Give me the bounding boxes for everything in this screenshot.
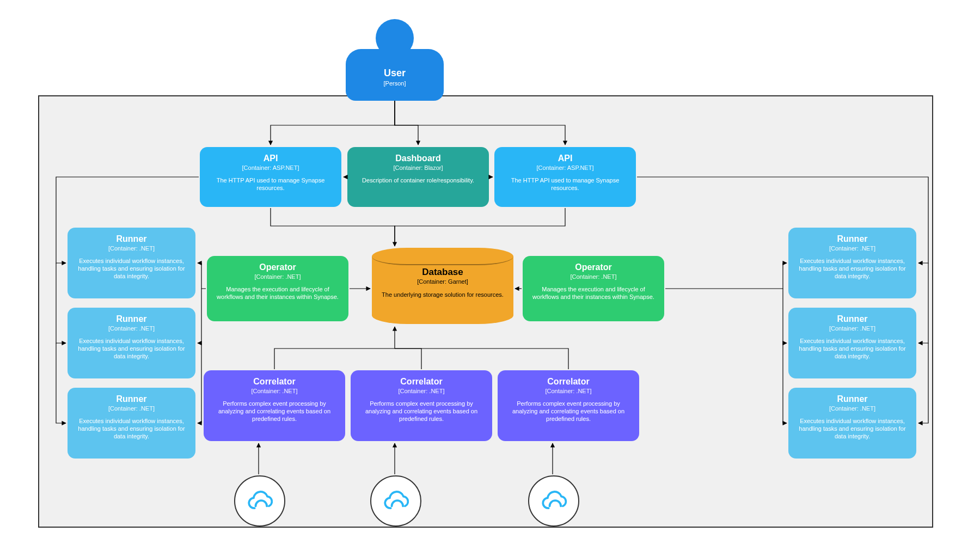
run-title-r3: Runner bbox=[837, 394, 868, 404]
cor-sub-3: [Container: .NET] bbox=[546, 388, 592, 394]
container-api-right: API [Container: ASP.NET] The HTTP API us… bbox=[494, 147, 636, 207]
db-sub: [Container: Garnet] bbox=[417, 278, 468, 285]
container-correlator-2: Correlator [Container: .NET] Performs co… bbox=[351, 370, 492, 441]
api-title-r: API bbox=[558, 154, 573, 163]
cor-desc-2: Performs complex event processing by ana… bbox=[359, 400, 484, 423]
actor-user: User [Person] bbox=[346, 19, 444, 101]
run-sub-r3: [Container: .NET] bbox=[829, 405, 875, 412]
run-sub-r1: [Container: .NET] bbox=[829, 245, 875, 252]
run-desc-r3: Executes individual workflow instances, … bbox=[796, 417, 909, 440]
run-title-l2: Runner bbox=[117, 314, 147, 324]
db-lip bbox=[372, 248, 513, 265]
op-sub-r: [Container: .NET] bbox=[571, 273, 617, 280]
run-title-r2: Runner bbox=[837, 314, 868, 324]
run-title-l3: Runner bbox=[117, 394, 147, 404]
avatar-body: User [Person] bbox=[346, 49, 444, 101]
user-subtitle: [Person] bbox=[384, 80, 406, 87]
run-sub-l2: [Container: .NET] bbox=[108, 325, 155, 332]
dashboard-title: Dashboard bbox=[395, 154, 441, 163]
api-desc-l: The HTTP API used to manage Synapse reso… bbox=[208, 176, 333, 192]
run-title-l1: Runner bbox=[117, 234, 147, 244]
run-sub-l1: [Container: .NET] bbox=[108, 245, 155, 252]
container-operator-left: Operator [Container: .NET] Manages the e… bbox=[207, 256, 348, 321]
container-api-left: API [Container: ASP.NET] The HTTP API us… bbox=[200, 147, 341, 207]
run-desc-l2: Executes individual workflow instances, … bbox=[75, 337, 188, 360]
run-desc-l1: Executes individual workflow instances, … bbox=[75, 257, 188, 280]
op-title-l: Operator bbox=[259, 262, 296, 272]
container-correlator-3: Correlator [Container: .NET] Performs co… bbox=[498, 370, 639, 441]
db-title: Database bbox=[422, 267, 463, 278]
container-runner-l1: Runner [Container: .NET] Executes indivi… bbox=[68, 228, 195, 298]
run-sub-l3: [Container: .NET] bbox=[108, 405, 155, 412]
container-operator-right: Operator [Container: .NET] Manages the e… bbox=[523, 256, 664, 321]
container-runner-r1: Runner [Container: .NET] Executes indivi… bbox=[788, 228, 916, 298]
run-sub-r2: [Container: .NET] bbox=[829, 325, 875, 332]
cloud-event-source-3 bbox=[528, 475, 579, 527]
cor-sub-2: [Container: .NET] bbox=[399, 388, 445, 394]
cor-desc-3: Performs complex event processing by ana… bbox=[506, 400, 631, 423]
container-database: Database [Container: Garnet] The underly… bbox=[372, 248, 513, 324]
container-dashboard: Dashboard [Container: Blazor] Descriptio… bbox=[347, 147, 489, 207]
run-desc-l3: Executes individual workflow instances, … bbox=[75, 417, 188, 440]
api-sub-l: [Container: ASP.NET] bbox=[242, 164, 299, 171]
cor-sub-1: [Container: .NET] bbox=[252, 388, 298, 394]
cor-desc-1: Performs complex event processing by ana… bbox=[212, 400, 337, 423]
container-runner-l3: Runner [Container: .NET] Executes indivi… bbox=[68, 388, 195, 459]
cloud-icon bbox=[537, 490, 570, 512]
container-runner-r2: Runner [Container: .NET] Executes indivi… bbox=[788, 308, 916, 378]
cloud-icon bbox=[379, 490, 412, 512]
dashboard-desc: Description of container role/responsibi… bbox=[362, 176, 474, 184]
run-desc-r1: Executes individual workflow instances, … bbox=[796, 257, 909, 280]
container-runner-r3: Runner [Container: .NET] Executes indivi… bbox=[788, 388, 916, 459]
op-sub-l: [Container: .NET] bbox=[255, 273, 301, 280]
op-desc-r: Manages the execution and lifecycle of w… bbox=[531, 285, 656, 301]
cor-title-1: Correlator bbox=[253, 377, 295, 387]
op-desc-l: Manages the execution and lifecycle of w… bbox=[215, 285, 340, 301]
cor-title-2: Correlator bbox=[400, 377, 442, 387]
user-title: User bbox=[384, 68, 406, 79]
cor-title-3: Correlator bbox=[547, 377, 589, 387]
run-desc-r2: Executes individual workflow instances, … bbox=[796, 337, 909, 360]
cloud-event-source-2 bbox=[370, 475, 421, 527]
db-text: Database [Container: Garnet] The underly… bbox=[372, 267, 513, 298]
container-runner-l2: Runner [Container: .NET] Executes indivi… bbox=[68, 308, 195, 378]
api-sub-r: [Container: ASP.NET] bbox=[537, 164, 594, 171]
cloud-icon bbox=[243, 490, 276, 512]
api-title-l: API bbox=[264, 154, 278, 163]
container-correlator-1: Correlator [Container: .NET] Performs co… bbox=[204, 370, 345, 441]
run-title-r1: Runner bbox=[837, 234, 868, 244]
cloud-event-source-1 bbox=[234, 475, 285, 527]
op-title-r: Operator bbox=[575, 262, 612, 272]
api-desc-r: The HTTP API used to manage Synapse reso… bbox=[503, 176, 628, 192]
dashboard-sub: [Container: Blazor] bbox=[393, 164, 443, 171]
db-desc: The underlying storage solution for reso… bbox=[382, 291, 504, 298]
